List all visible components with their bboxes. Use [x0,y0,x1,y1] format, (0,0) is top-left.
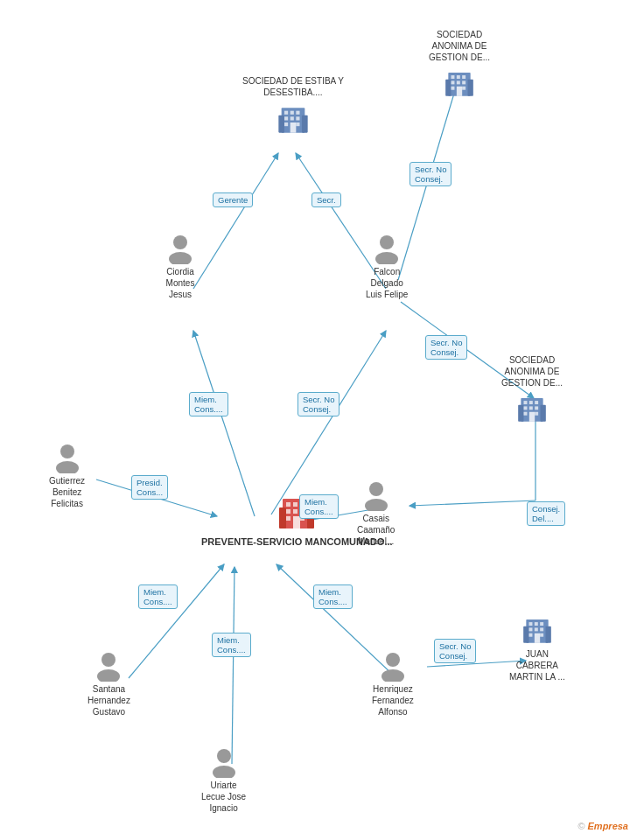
svg-point-77 [380,235,394,249]
watermark: © Empresa [578,821,628,831]
person-falcon: FalconDelgadoLuis Felipe [366,233,408,300]
svg-rect-54 [524,401,528,404]
svg-rect-74 [535,634,540,643]
gutierrez-label: GutierrezBenitezFelicitas [49,475,85,509]
soc4-building-icon [521,612,554,646]
svg-rect-34 [290,116,294,120]
svg-point-75 [173,235,187,249]
svg-rect-30 [284,111,288,115]
svg-point-80 [56,461,79,473]
svg-rect-50 [457,87,462,96]
svg-rect-57 [524,406,528,410]
canvas: PREVENTE-SERVICIO MANCOMUNADO... SOCIEDA… [0,0,637,840]
svg-rect-29 [302,116,308,133]
svg-line-0 [193,331,255,516]
svg-rect-52 [518,405,523,422]
henriquez-label: HenriquezFernandezAlfonso [372,683,414,718]
svg-rect-32 [296,111,299,115]
role-miem-cons-2[interactable]: Miem.Cons.... [299,494,339,519]
role-miem-cons-5[interactable]: Miem.Cons.... [313,584,353,609]
svg-rect-16 [279,508,286,528]
soc3-label: SOCIEDADANONIMA DEGESTION DE... [501,354,563,388]
svg-rect-60 [524,412,528,416]
role-miem-cons-3[interactable]: Miem.Cons.... [138,584,178,609]
soc1-building-icon [276,101,311,136]
svg-rect-61 [535,412,538,416]
soc1-label: SOCIEDAD DE ESTIBA YDESESTIBA.... [242,75,344,98]
svg-rect-45 [452,80,455,84]
svg-rect-21 [286,509,290,514]
company-soc4: JUANCABRERAMARTIN LA ... [509,612,565,682]
role-secr-no-consej-1[interactable]: Secr. NoConsej. [410,162,452,186]
role-consej-del[interactable]: Consej.Del.... [527,501,565,526]
role-miem-cons-4[interactable]: Miem.Cons.... [212,633,251,657]
svg-rect-53 [541,405,546,422]
casais-label: CasaisCaamañoManuel... [357,513,395,547]
person-santana: SantanaHernandezGustavo [88,650,130,718]
svg-line-10 [129,564,224,678]
svg-point-85 [386,653,400,667]
svg-rect-18 [286,502,290,507]
svg-point-78 [375,252,398,264]
svg-line-11 [232,567,234,764]
svg-rect-28 [278,116,284,133]
svg-rect-70 [535,627,538,631]
svg-rect-69 [528,627,532,631]
casais-avatar [360,480,392,511]
svg-rect-48 [452,87,455,90]
svg-rect-64 [523,626,528,643]
role-secr-no-consej-2[interactable]: Secr. NoConsej. [425,335,467,360]
svg-rect-40 [445,80,451,96]
uriarte-label: UriarteLecue JoseIgnacio [201,780,246,814]
role-secr-no-consej-3[interactable]: Secr. NoConsej. [298,392,340,416]
santana-label: SantanaHernandezGustavo [88,683,130,718]
svg-rect-38 [290,122,297,133]
role-secr[interactable]: Secr. [312,192,341,207]
svg-rect-67 [535,622,538,626]
svg-rect-62 [529,412,535,422]
svg-rect-31 [290,111,294,115]
person-henriquez: HenriquezFernandezAlfonso [372,650,414,718]
svg-rect-49 [462,87,466,90]
santana-avatar [93,650,124,682]
falcon-avatar [371,233,402,264]
henriquez-avatar [377,650,409,682]
svg-point-86 [382,669,404,682]
svg-rect-41 [468,80,473,96]
svg-point-81 [369,482,383,496]
soc3-building-icon [515,391,549,424]
svg-point-79 [60,444,74,458]
svg-rect-73 [540,634,543,637]
svg-rect-35 [296,116,299,120]
role-gerente[interactable]: Gerente [213,192,253,207]
svg-rect-22 [293,509,298,514]
svg-rect-71 [540,627,543,631]
uriarte-avatar [208,746,240,778]
company-soc3: SOCIEDADANONIMA DEGESTION DE... [501,354,563,424]
svg-point-84 [97,669,120,682]
svg-point-76 [169,252,192,264]
soc2-building-icon [443,66,476,99]
ciordia-label: CiordiaMontesJesus [166,266,195,300]
soc2-label: SOCIEDADANONIMA DEGESTION DE... [429,29,490,63]
ciordia-avatar [164,233,196,264]
role-presid-cons[interactable]: Presid.Cons... [131,475,168,500]
role-miem-cons-1[interactable]: Miem.Cons.... [189,392,228,416]
company-soc1: SOCIEDAD DE ESTIBA YDESESTIBA.... [242,75,344,136]
svg-rect-55 [529,401,533,404]
svg-rect-46 [457,80,460,84]
svg-rect-66 [528,622,532,626]
svg-rect-65 [545,626,550,643]
svg-rect-72 [528,634,532,637]
svg-rect-36 [284,122,288,126]
svg-rect-44 [462,75,466,79]
role-secr-no-consej-4[interactable]: Secr. NoConsej. [434,639,476,663]
person-gutierrez: GutierrezBenitezFelicitas [49,442,85,509]
person-uriarte: UriarteLecue JoseIgnacio [201,746,246,814]
svg-rect-33 [284,116,288,120]
svg-point-82 [365,499,388,511]
svg-rect-47 [462,80,466,84]
svg-point-83 [102,653,116,667]
svg-rect-58 [529,406,533,410]
falcon-label: FalconDelgadoLuis Felipe [366,266,408,300]
